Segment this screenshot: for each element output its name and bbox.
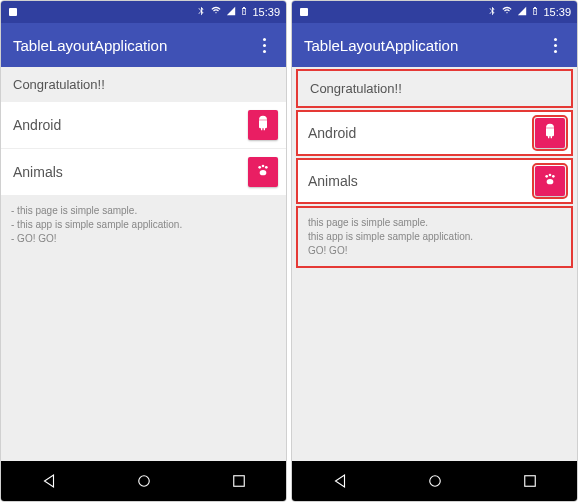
recent-apps-button[interactable] <box>521 472 539 490</box>
footer-notes: this page is simple sample. this app is … <box>1 196 286 254</box>
bluetooth-icon <box>196 6 206 18</box>
svg-rect-1 <box>244 7 245 8</box>
app-title: TableLayoutApplication <box>304 37 458 54</box>
phone-screen-left: 15:39 TableLayoutApplication Congratulat… <box>0 0 287 502</box>
svg-rect-9 <box>535 7 536 8</box>
navigation-bar <box>1 461 286 501</box>
svg-point-13 <box>547 179 554 184</box>
svg-point-3 <box>262 165 265 168</box>
bluetooth-icon <box>487 6 497 18</box>
svg-point-4 <box>265 166 268 169</box>
footer-line-2: this app is simple sample application. <box>11 218 276 232</box>
svg-point-14 <box>429 476 440 487</box>
navigation-bar <box>292 461 577 501</box>
status-bar: 15:39 <box>1 1 286 23</box>
table-row: Android <box>1 102 286 149</box>
home-button[interactable] <box>426 472 444 490</box>
svg-point-5 <box>260 170 267 175</box>
animals-button[interactable] <box>248 157 278 187</box>
wifi-icon <box>210 6 222 18</box>
overflow-menu-button[interactable] <box>545 35 565 55</box>
home-button[interactable] <box>135 472 153 490</box>
signal-icon <box>517 6 527 18</box>
android-icon <box>542 123 558 143</box>
back-button[interactable] <box>331 472 349 490</box>
android-button[interactable] <box>535 118 565 148</box>
status-bar: 15:39 <box>292 1 577 23</box>
footer-line-1: this page is simple sample. <box>11 204 276 218</box>
table-row: Animals <box>296 158 573 204</box>
row-animals-label: Animals <box>13 164 63 180</box>
footer-line-2: this app is simple sample application. <box>308 230 561 244</box>
battery-icon <box>240 5 248 19</box>
status-time: 15:39 <box>543 6 571 18</box>
footer-line-3: GO! GO! <box>11 232 276 246</box>
android-button[interactable] <box>248 110 278 140</box>
footer-notes: this page is simple sample. this app is … <box>296 206 573 268</box>
animals-button[interactable] <box>535 166 565 196</box>
overflow-menu-button[interactable] <box>254 35 274 55</box>
congratulation-header: Congratulation!! <box>1 67 286 102</box>
svg-point-12 <box>552 175 555 178</box>
table-row: Animals <box>1 149 286 196</box>
svg-point-2 <box>258 166 261 169</box>
app-title: TableLayoutApplication <box>13 37 167 54</box>
android-icon <box>255 115 271 135</box>
app-bar: TableLayoutApplication <box>1 23 286 67</box>
svg-point-11 <box>549 174 552 177</box>
app-bar: TableLayoutApplication <box>292 23 577 67</box>
signal-icon <box>226 6 236 18</box>
notification-dot-icon <box>9 8 17 16</box>
svg-point-6 <box>138 476 149 487</box>
content-area: Congratulation!! Android Animals this pa… <box>292 67 577 461</box>
footer-line-1: this page is simple sample. <box>308 216 561 230</box>
recent-apps-button[interactable] <box>230 472 248 490</box>
notification-dot-icon <box>300 8 308 16</box>
table-row: Android <box>296 110 573 156</box>
wifi-icon <box>501 6 513 18</box>
svg-rect-15 <box>524 476 535 487</box>
back-button[interactable] <box>40 472 58 490</box>
row-animals-label: Animals <box>308 173 358 189</box>
row-android-label: Android <box>13 117 61 133</box>
svg-point-10 <box>545 175 548 178</box>
content-area: Congratulation!! Android Animals this pa… <box>1 67 286 461</box>
footer-line-3: GO! GO! <box>308 244 561 258</box>
row-android-label: Android <box>308 125 356 141</box>
battery-icon <box>531 5 539 19</box>
phone-screen-right: 15:39 TableLayoutApplication Congratulat… <box>291 0 578 502</box>
svg-rect-7 <box>233 476 244 487</box>
paw-icon <box>542 171 558 191</box>
status-time: 15:39 <box>252 6 280 18</box>
paw-icon <box>255 162 271 182</box>
congratulation-header: Congratulation!! <box>296 69 573 108</box>
